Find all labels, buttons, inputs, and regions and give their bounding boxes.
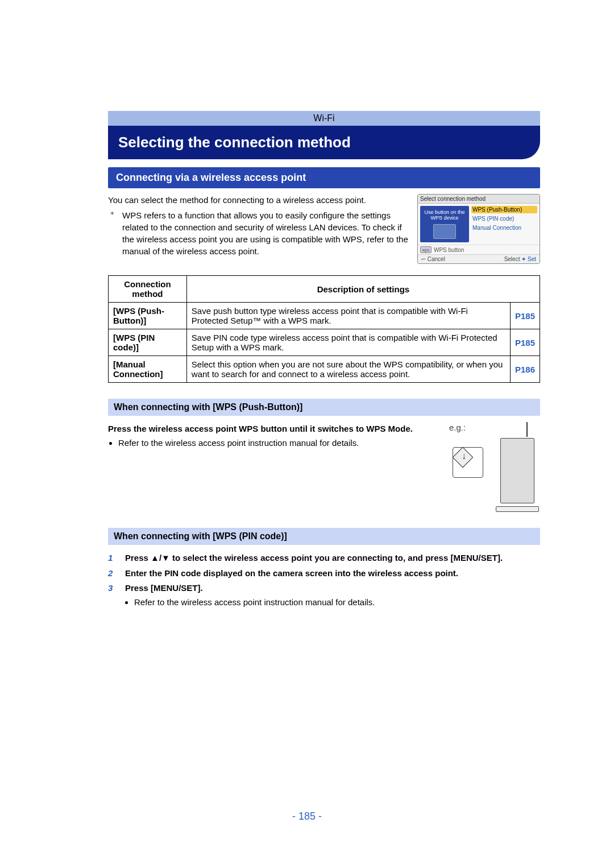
page-ref-link[interactable]: P185: [510, 303, 540, 329]
step-text: Press [MENU/SET]. Refer to the wireless …: [125, 582, 540, 609]
page-number: - 185 -: [0, 811, 614, 822]
asterisk-icon: ＊: [108, 209, 117, 257]
wps-note: WPS refers to a function that allows you…: [122, 209, 412, 257]
step-subnote: Refer to the wireless access point instr…: [134, 596, 540, 609]
method-cell: [WPS (Push-Button)]: [109, 303, 187, 329]
step-number: 1: [108, 552, 117, 565]
preview-cancel: ⤺ Cancel: [421, 256, 445, 262]
wps-push-instruction: Press the wireless access point WPS butt…: [108, 424, 413, 433]
preview-left-pane: Use button on the WPS device: [420, 206, 469, 242]
step-number: 3: [108, 582, 117, 609]
step-text: Press ▲/▼ to select the wireless access …: [125, 552, 540, 565]
desc-cell: Select this option when you are not sure…: [186, 356, 510, 383]
section-bar: When connecting with [WPS (PIN code)]: [108, 528, 540, 545]
category-label: Wi-Fi: [108, 111, 540, 126]
wps-push-note: Refer to the wireless access point instr…: [118, 437, 439, 449]
intro-text: You can select the method for connecting…: [108, 195, 366, 205]
camera-screen-preview: Select connection method Use button on t…: [417, 194, 540, 264]
preview-set: ✦: [521, 256, 528, 262]
table-header-desc: Description of settings: [186, 276, 540, 303]
desc-cell: Save push button type wireless access po…: [186, 303, 510, 329]
intro-block: You can select the method for connecting…: [108, 194, 540, 264]
page-ref-link[interactable]: P186: [510, 356, 540, 383]
step-text: Enter the PIN code displayed on the came…: [125, 567, 540, 580]
table-row: [Manual Connection] Select this option w…: [109, 356, 540, 383]
page-content: Wi-Fi Selecting the connection method Co…: [108, 111, 540, 611]
section-subtitle: Connecting via a wireless access point: [108, 167, 540, 188]
page-ref-link[interactable]: P185: [510, 329, 540, 356]
table-header-method: Connection method: [109, 276, 187, 303]
page-title: Selecting the connection method: [108, 126, 540, 159]
preview-option: Manual Connection: [471, 224, 537, 232]
table-row: [WPS (PIN code)] Save PIN code type wire…: [109, 329, 540, 356]
preview-wps-row: wps WPS button: [418, 245, 540, 254]
router-illustration: [449, 432, 540, 512]
pin-code-steps: 1 Press ▲/▼ to select the wireless acces…: [108, 552, 540, 609]
section-bar: When connecting with [WPS (Push-Button)]: [108, 399, 540, 416]
desc-cell: Save PIN code type wireless access point…: [186, 329, 510, 356]
preview-option-selected: WPS (Push-Button): [471, 206, 537, 213]
method-cell: [Manual Connection]: [109, 356, 187, 383]
step-number: 2: [108, 567, 117, 580]
preview-select: Select: [504, 256, 520, 262]
wps-device-icon: [433, 224, 456, 239]
preview-title: Select connection method: [418, 195, 540, 204]
method-cell: [WPS (PIN code)]: [109, 329, 187, 356]
table-row: [WPS (Push-Button)] Save push button typ…: [109, 303, 540, 329]
preview-option: WPS (PIN code): [471, 215, 537, 222]
connection-method-table: Connection method Description of setting…: [108, 275, 540, 383]
